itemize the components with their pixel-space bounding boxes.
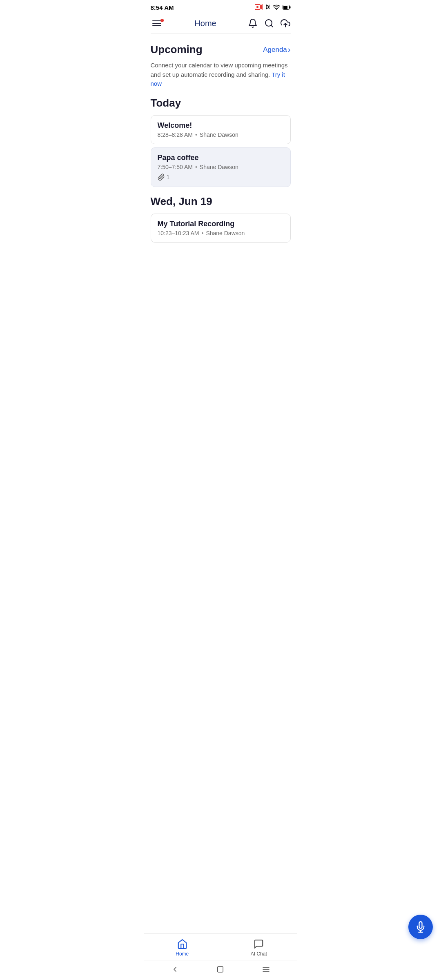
meeting-host-tutorial: Shane Dawson <box>206 230 245 236</box>
svg-rect-5 <box>289 6 290 8</box>
meeting-name-welcome: Welcome! <box>158 121 284 130</box>
battery-icon <box>283 4 291 11</box>
meeting-name-tutorial: My Tutorial Recording <box>158 220 284 228</box>
status-icons <box>255 3 291 12</box>
agenda-link[interactable]: Agenda <box>263 45 290 54</box>
clips-count: 1 <box>167 174 170 180</box>
meeting-time-papa-coffee: 7:50–7:50 AM <box>158 164 193 170</box>
notification-button[interactable] <box>248 18 258 28</box>
nav-icons <box>248 18 290 28</box>
meeting-card-welcome[interactable]: Welcome! 8:28–8:28 AM • Shane Dawson <box>151 115 291 144</box>
dot-welcome: • <box>195 131 197 138</box>
dot-tutorial: • <box>201 230 203 236</box>
svg-point-2 <box>256 6 258 8</box>
status-bar: 8:54 AM <box>144 0 297 13</box>
meeting-meta-papa-coffee: 7:50–7:50 AM • Shane Dawson <box>158 164 284 170</box>
menu-button[interactable] <box>151 19 163 28</box>
menu-badge <box>160 19 164 22</box>
page-title: Home <box>194 19 216 28</box>
wifi-icon <box>273 4 280 11</box>
svg-rect-6 <box>283 6 287 9</box>
upcoming-description: Connect your calendar to view upcoming m… <box>151 61 291 89</box>
svg-line-8 <box>271 25 273 27</box>
upload-button[interactable] <box>281 18 290 28</box>
today-section: Today Welcome! 8:28–8:28 AM • Shane Daws… <box>151 97 291 187</box>
main-content: Upcoming Agenda Connect your calendar to… <box>144 33 297 295</box>
status-time: 8:54 AM <box>151 4 174 11</box>
upcoming-section: Upcoming Agenda Connect your calendar to… <box>151 43 291 89</box>
dot-papa-coffee: • <box>195 164 197 170</box>
meeting-actions-papa-coffee: 1 <box>158 174 284 181</box>
meeting-time-welcome: 8:28–8:28 AM <box>158 131 193 138</box>
search-button[interactable] <box>264 18 274 28</box>
meeting-card-papa-coffee[interactable]: Papa coffee 7:50–7:50 AM • Shane Dawson … <box>151 147 291 187</box>
wednesday-title: Wed, Jun 19 <box>151 195 291 208</box>
svg-point-3 <box>276 9 277 10</box>
meeting-host-papa-coffee: Shane Dawson <box>200 164 238 170</box>
wednesday-section: Wed, Jun 19 My Tutorial Recording 10:23–… <box>151 195 291 243</box>
record-status-icon <box>255 4 263 11</box>
upcoming-title: Upcoming <box>151 43 203 56</box>
bluetooth-icon <box>265 3 270 12</box>
clips-indicator: 1 <box>158 174 170 181</box>
today-title: Today <box>151 97 291 109</box>
top-nav: Home <box>144 13 297 33</box>
meeting-host-welcome: Shane Dawson <box>200 131 238 138</box>
meeting-card-tutorial[interactable]: My Tutorial Recording 10:23–10:23 AM • S… <box>151 214 291 243</box>
hamburger-icon <box>152 20 161 26</box>
meeting-time-tutorial: 10:23–10:23 AM <box>158 230 199 236</box>
meeting-meta-welcome: 8:28–8:28 AM • Shane Dawson <box>158 131 284 138</box>
meeting-name-papa-coffee: Papa coffee <box>158 154 284 162</box>
upcoming-header: Upcoming Agenda <box>151 43 291 56</box>
meeting-meta-tutorial: 10:23–10:23 AM • Shane Dawson <box>158 230 284 236</box>
